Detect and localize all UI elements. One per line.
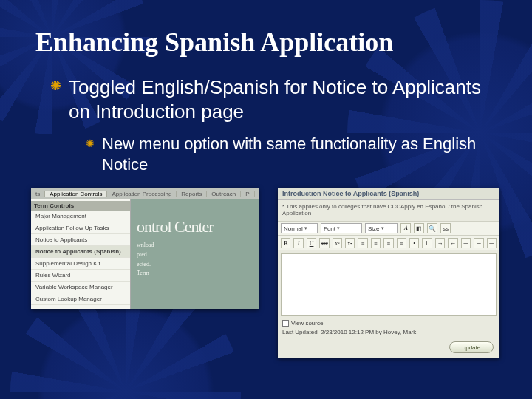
number-list-icon[interactable]: 1. bbox=[422, 238, 432, 248]
sidebar-item[interactable]: Supplemental Design Kit bbox=[31, 258, 130, 270]
bullet-level1-text: Toggled English/Spanish for Notice to Ap… bbox=[69, 75, 494, 123]
slide-title: Enhancing Spanish Application bbox=[35, 27, 532, 58]
sidebar-section-header: Term Controls bbox=[31, 201, 130, 211]
size-select[interactable]: Size▾ bbox=[365, 223, 398, 233]
align-center-icon[interactable]: ≡ bbox=[371, 238, 381, 248]
bullet-level2-text: New menu option with same functionality … bbox=[102, 134, 485, 174]
toolbar-icon[interactable]: 🔍 bbox=[427, 223, 437, 233]
indent-icon[interactable]: → bbox=[435, 238, 445, 248]
menu-tab-strip: ts Application Controls Application Proc… bbox=[31, 188, 259, 200]
sidebar-item[interactable]: Rules Wizard bbox=[31, 270, 130, 282]
screenshot-rich-text-editor: Introduction Notice to Applicants (Spani… bbox=[278, 188, 499, 358]
editor-textarea[interactable] bbox=[281, 253, 497, 316]
preview-line: ected. bbox=[137, 260, 253, 270]
toolbar-icon[interactable]: ◧ bbox=[414, 223, 424, 233]
sidebar-item[interactable]: Variable Workspace Manager bbox=[31, 282, 130, 293]
editor-toolbar-row2: B I U abc x² x₂ ≡ ≡ ≡ ≡ • 1. → ← ─ ─ ─ bbox=[278, 236, 499, 250]
bullet-icon: ✺ bbox=[50, 75, 61, 123]
tab-item[interactable]: Application Controls bbox=[45, 191, 107, 197]
bullet-list-icon[interactable]: • bbox=[409, 238, 419, 248]
underline-icon[interactable]: U bbox=[307, 238, 316, 248]
editor-toolbar-row1: Normal▾ Font▾ Size▾ 𝑨 ◧ 🔍 ss bbox=[278, 221, 499, 236]
preview-heading: ontrol Center bbox=[137, 217, 253, 236]
tab-item[interactable]: Application Processing bbox=[107, 191, 177, 197]
toolbar-icon[interactable]: 𝑨 bbox=[400, 223, 411, 233]
toolbar-icon[interactable]: ss bbox=[440, 223, 451, 233]
font-select[interactable]: Font▾ bbox=[321, 223, 362, 233]
tab-item[interactable]: Outreach bbox=[207, 191, 241, 197]
outdent-icon[interactable]: ← bbox=[448, 238, 457, 248]
subscript-icon[interactable]: x₂ bbox=[345, 238, 355, 248]
toolbar-icon[interactable]: ─ bbox=[474, 238, 483, 248]
update-button[interactable]: update bbox=[449, 341, 494, 353]
sidebar-item[interactable]: Application Follow Up Tasks bbox=[31, 222, 130, 234]
sidebar-item[interactable]: Major Management bbox=[31, 211, 130, 222]
tab-item[interactable]: P bbox=[241, 191, 254, 197]
align-left-icon[interactable]: ≡ bbox=[358, 238, 367, 248]
italic-icon[interactable]: I bbox=[293, 238, 303, 248]
tab-item[interactable]: Reports bbox=[177, 191, 207, 197]
sidebar-item[interactable]: Notice to Applicants bbox=[31, 234, 130, 246]
sidebar-menu: Term Controls Major Management Applicati… bbox=[31, 200, 131, 309]
screenshot-menu-panel: ts Application Controls Application Proc… bbox=[31, 188, 259, 309]
toolbar-icon[interactable]: ─ bbox=[487, 238, 497, 248]
preview-line: Term bbox=[137, 269, 253, 279]
sidebar-item-notice-spanish[interactable]: Notice to Applicants (Spanish) bbox=[31, 246, 130, 258]
sidebar-item[interactable]: Custom Lookup Manager bbox=[31, 293, 130, 305]
align-justify-icon[interactable]: ≡ bbox=[397, 238, 406, 248]
align-right-icon[interactable]: ≡ bbox=[383, 238, 393, 248]
tab-item[interactable]: ts bbox=[31, 191, 45, 197]
strike-icon[interactable]: abc bbox=[319, 238, 329, 248]
checkbox-icon bbox=[282, 320, 289, 327]
superscript-icon[interactable]: x² bbox=[332, 238, 342, 248]
last-updated-text: Last Updated: 2/23/2010 12:12 PM by Hove… bbox=[282, 329, 495, 335]
preview-line: pted bbox=[137, 250, 253, 260]
editor-title: Introduction Notice to Applicants (Spani… bbox=[278, 188, 499, 200]
style-select[interactable]: Normal▾ bbox=[281, 223, 318, 233]
editor-subtitle: * This applies only to colleges that hav… bbox=[278, 200, 499, 221]
hr-icon[interactable]: ─ bbox=[461, 238, 471, 248]
bold-icon[interactable]: B bbox=[281, 238, 290, 248]
content-preview-pane: ontrol Center wnload pted ected. Term bbox=[131, 200, 259, 309]
view-source-label: View source bbox=[291, 320, 323, 327]
bullet-icon: ✺ bbox=[86, 134, 95, 174]
view-source-checkbox[interactable]: View source bbox=[282, 320, 495, 327]
preview-line: wnload bbox=[137, 241, 253, 250]
